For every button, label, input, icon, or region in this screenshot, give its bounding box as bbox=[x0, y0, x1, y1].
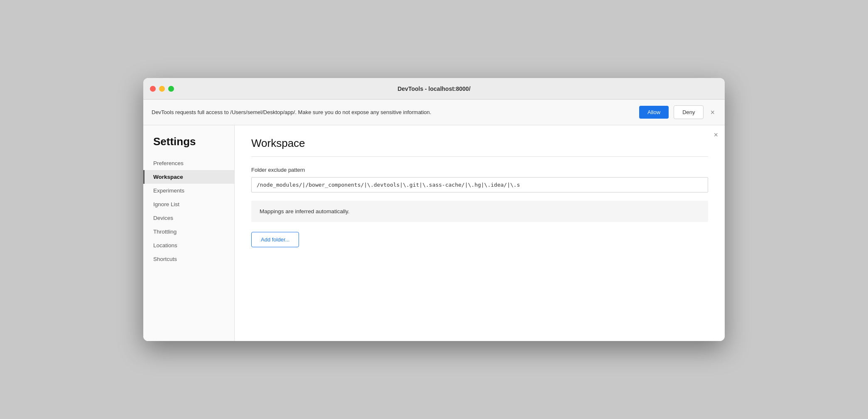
sidebar-item-workspace[interactable]: Workspace bbox=[143, 170, 234, 184]
minimize-button[interactable] bbox=[159, 86, 165, 92]
sidebar-item-shortcuts[interactable]: Shortcuts bbox=[143, 252, 234, 266]
settings-close-button[interactable]: × bbox=[714, 131, 718, 139]
sidebar: Settings Preferences Workspace Experimen… bbox=[143, 125, 235, 341]
mappings-info-box: Mappings are inferred automatically. bbox=[251, 201, 708, 222]
mappings-info-text: Mappings are inferred automatically. bbox=[260, 208, 350, 214]
maximize-button[interactable] bbox=[168, 86, 174, 92]
traffic-lights bbox=[150, 86, 174, 92]
sidebar-item-ignore-list[interactable]: Ignore List bbox=[143, 197, 234, 211]
notification-bar: DevTools requests full access to /Users/… bbox=[143, 100, 725, 125]
allow-button[interactable]: Allow bbox=[639, 106, 669, 119]
deny-button[interactable]: Deny bbox=[674, 105, 704, 119]
main-content: × Settings Preferences Workspace Experim… bbox=[143, 125, 725, 341]
sidebar-item-preferences[interactable]: Preferences bbox=[143, 156, 234, 170]
close-button[interactable] bbox=[150, 86, 156, 92]
sidebar-item-devices[interactable]: Devices bbox=[143, 211, 234, 225]
notification-text: DevTools requests full access to /Users/… bbox=[152, 109, 634, 115]
content-area: Workspace Folder exclude pattern Mapping… bbox=[235, 125, 725, 341]
page-title: Workspace bbox=[251, 137, 708, 150]
folder-exclude-input[interactable] bbox=[251, 177, 708, 192]
window-title: DevTools - localhost:8000/ bbox=[397, 85, 471, 92]
settings-title: Settings bbox=[143, 135, 234, 156]
devtools-window: DevTools - localhost:8000/ DevTools requ… bbox=[143, 78, 725, 341]
sidebar-item-throttling[interactable]: Throttling bbox=[143, 225, 234, 239]
title-bar: DevTools - localhost:8000/ bbox=[143, 78, 725, 100]
title-divider bbox=[251, 156, 708, 157]
folder-exclude-label: Folder exclude pattern bbox=[251, 167, 708, 173]
sidebar-item-locations[interactable]: Locations bbox=[143, 239, 234, 252]
add-folder-button[interactable]: Add folder... bbox=[251, 232, 299, 247]
sidebar-item-experiments[interactable]: Experiments bbox=[143, 184, 234, 197]
notification-close-button[interactable]: × bbox=[709, 109, 716, 116]
